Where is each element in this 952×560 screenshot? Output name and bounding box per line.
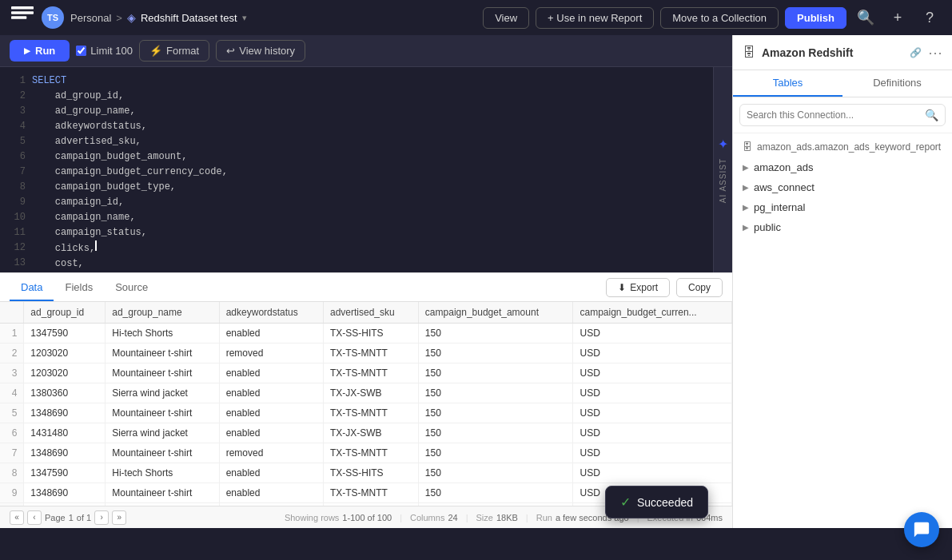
table-cell: 1 [0,324,24,344]
search-row: 🔍 [733,97,952,133]
last-page-button[interactable]: » [112,510,126,525]
table-cell: enabled [219,324,323,344]
columns-label: Columns [410,513,444,522]
table-cell: USD [573,383,732,403]
table-cell: Mountaineer t-shirt [106,344,219,363]
db-item-public[interactable]: ▶ public [733,217,952,237]
avatar[interactable]: TS [42,6,64,29]
table-cell: enabled [219,423,323,443]
code-content[interactable]: SELECT ad_group_id, ad_group_name, adkey… [29,67,713,272]
toolbar: Run Limit 100 ⚡ Format ↩ View history [0,35,732,67]
table-cell: USD [573,423,732,443]
add-button[interactable]: + [885,5,910,30]
table-cell: removed [219,443,323,463]
prev-page-button[interactable]: ‹ [27,510,42,525]
db-item-label: aws_connect [754,181,815,193]
db-item-pg-internal[interactable]: ▶ pg_internal [733,197,952,217]
table-cell: Sierra wind jacket [106,383,219,403]
view-history-button[interactable]: ↩ View history [216,40,305,62]
code-editor[interactable]: 12345 678910 1112131415 16 SELECT ad_gro… [0,67,732,272]
right-panel: 🗄 Amazon Redshift 🔗 ⋯ Tables Definitions… [732,35,952,528]
export-button[interactable]: ⬇ Export [606,278,670,297]
tab-source[interactable]: Source [104,275,159,301]
table-body: 11347590Hi-tech ShortsenabledTX-SS-HITS1… [0,324,732,506]
table-row: 31203020Mountaineer t-shirtenabledTX-TS-… [0,363,732,383]
chevron-down-icon[interactable]: ▾ [242,13,247,23]
data-table-wrap[interactable]: ad_group_id ad_group_name adkeywordstatu… [0,302,732,506]
line-numbers: 12345 678910 1112131415 16 [0,67,29,272]
table-cell: 150 [418,443,573,463]
table-row: 71348690Mountaineer t-shirtremovedTX-TS-… [0,443,732,463]
table-header-row: ad_group_id ad_group_name adkeywordstatu… [0,302,732,324]
col-ad-group-name: ad_group_name [106,302,219,324]
col-ad-group-id: ad_group_id [24,302,106,324]
tab-data[interactable]: Data [10,275,54,301]
table-cell: enabled [219,483,323,503]
table-cell: enabled [219,363,323,383]
table-row: 41380360Sierra wind jacketenabledTX-JX-S… [0,383,732,403]
copy-button[interactable]: Copy [676,278,723,297]
help-button[interactable]: ? [917,5,942,30]
limit-checkbox-label: Limit 100 [76,45,133,57]
breadcrumb: Personal > ◈ Redshift Dataset test ▾ [70,11,247,24]
panel-title: Amazon Redshift [762,46,903,59]
table-cell: 150 [418,463,573,483]
table-cell: 1348690 [24,483,106,503]
search-input[interactable] [747,109,920,121]
limit-checkbox[interactable] [76,46,86,56]
panel-tabs: Tables Definitions [733,70,952,97]
view-button[interactable]: View [483,7,529,29]
ai-assist-strip[interactable]: ✦ AI ASSIST [713,67,732,272]
db-item-amazon-ads[interactable]: ▶ amazon_ads [733,157,952,177]
db-item-aws-connect[interactable]: ▶ aws_connect [733,177,952,197]
table-cell: 2 [0,344,24,363]
table-cell: 4 [0,383,24,403]
svg-rect-2 [11,16,26,19]
export-icon: ⬇ [618,282,626,293]
breadcrumb-personal[interactable]: Personal [70,12,111,24]
page-label: Page [45,513,66,522]
table-cell: 150 [418,344,573,363]
table-cell: TX-JX-SWB [323,423,418,443]
db-item-label: amazon_ads [754,161,813,173]
table-cell: 8 [0,463,24,483]
columns-count: 24 [448,513,457,522]
col-row-num [0,302,24,324]
panel-expand-icon[interactable]: 🔗 [910,47,922,58]
db-breadcrumb: 🗄 amazon_ads.amazon_ads_keyword_report [733,137,952,157]
publish-button[interactable]: Publish [785,7,846,29]
size-label: Size [476,513,493,522]
table-row: 11347590Hi-tech ShortsenabledTX-SS-HITS1… [0,324,732,344]
table-cell: 5 [0,403,24,423]
table-cell: USD [573,324,732,344]
next-page-button[interactable]: › [94,510,109,525]
main-layout: Run Limit 100 ⚡ Format ↩ View history 12… [0,35,952,528]
move-collection-button[interactable]: Move to a Collection [660,7,779,29]
table-row: 81347590Hi-tech ShortsenabledTX-SS-HITS1… [0,463,732,483]
panel-more-icon[interactable]: ⋯ [928,44,942,62]
search-button[interactable]: 🔍 [853,5,878,30]
panel-tab-definitions[interactable]: Definitions [842,70,952,97]
table-cell: 150 [418,483,573,503]
breadcrumb-sep: > [116,12,122,24]
panel-header: 🗄 Amazon Redshift 🔗 ⋯ [733,35,952,70]
table-cell: 1203020 [24,363,106,383]
table-cell: Sierra wind jacket [106,423,219,443]
tab-fields[interactable]: Fields [54,275,104,301]
dataset-icon: ◈ [127,11,136,24]
first-page-button[interactable]: « [10,510,24,525]
page-num: 1 [69,513,74,522]
table-cell: enabled [219,463,323,483]
run-button[interactable]: Run [10,40,70,62]
data-table: ad_group_id ad_group_name adkeywordstatu… [0,302,732,506]
chevron-right-icon: ▶ [743,223,749,232]
table-cell: removed [219,344,323,363]
table-cell: Mountaineer t-shirt [106,483,219,503]
table-cell: 1348690 [24,443,106,463]
use-new-report-button[interactable]: + Use in new Report [536,7,654,29]
svg-rect-1 [11,11,34,14]
table-cell: 1347590 [24,463,106,483]
table-row: 61431480Sierra wind jacketenabledTX-JX-S… [0,423,732,443]
format-button[interactable]: ⚡ Format [139,40,209,62]
panel-tab-tables[interactable]: Tables [733,70,842,97]
